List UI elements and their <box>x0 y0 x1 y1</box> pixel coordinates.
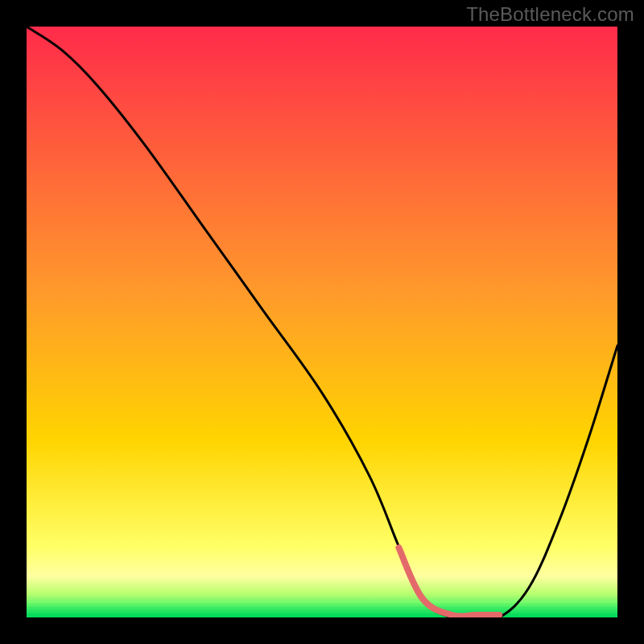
bottleneck-chart-svg <box>27 27 617 617</box>
watermark-text: TheBottleneck.com <box>466 3 634 26</box>
svg-rect-4 <box>27 613 617 617</box>
plot-area <box>27 27 617 617</box>
chart-frame: TheBottleneck.com <box>0 0 644 644</box>
gradient-background <box>27 27 617 617</box>
green-stripe-band <box>27 600 617 617</box>
